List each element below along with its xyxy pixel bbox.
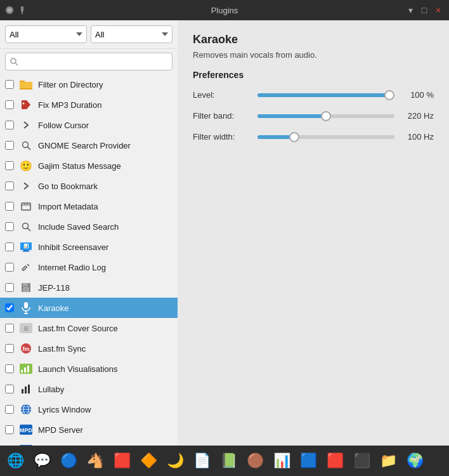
- taskbar-icon-skype[interactable]: 💬: [29, 448, 55, 473]
- plugin-name: Go to Bookmark: [38, 182, 98, 191]
- plugin-description: Removes main vocals from audio.: [193, 50, 434, 60]
- taskbar-icon-app10[interactable]: 🟦: [296, 448, 321, 473]
- plugin-icon-visual: [19, 362, 33, 376]
- plugin-checkbox[interactable]: [5, 202, 14, 211]
- search-icon: [10, 57, 18, 66]
- level-label: Level:: [193, 90, 250, 100]
- plugin-item[interactable]: Karaoke: [0, 298, 178, 318]
- taskbar-icon-app6[interactable]: 📄: [189, 448, 214, 473]
- plugin-name: Launch Visualisations: [38, 364, 118, 374]
- svg-rect-32: [22, 389, 23, 393]
- plugin-checkbox[interactable]: [5, 100, 14, 109]
- plugin-item[interactable]: 📊 Inhibit Screensaver: [0, 237, 178, 257]
- plugin-item[interactable]: GNOME Search Provider: [0, 135, 178, 155]
- plugin-item[interactable]: fm Last.fm Sync: [0, 338, 178, 359]
- taskbar-icon-app5[interactable]: 🌙: [162, 448, 188, 473]
- filter-width-label: Filter width:: [193, 132, 250, 142]
- filter-width-slider[interactable]: [257, 135, 394, 139]
- plugin-checkbox[interactable]: [5, 324, 14, 333]
- taskbar-icon-app11[interactable]: 🟥: [322, 448, 348, 473]
- filter-select-1[interactable]: All: [5, 25, 87, 43]
- filter-select-2[interactable]: All: [91, 25, 172, 43]
- filter-band-slider[interactable]: [257, 114, 394, 118]
- filter-band-label: Filter band:: [193, 111, 250, 121]
- taskbar-icon-files[interactable]: 📁: [375, 448, 401, 473]
- svg-rect-29: [21, 370, 23, 373]
- plugin-item[interactable]: JEP-118: [0, 277, 178, 298]
- taskbar-icon-app3[interactable]: 🐴: [82, 448, 108, 473]
- plugin-icon-bars: [19, 382, 33, 396]
- svg-line-11: [27, 228, 30, 231]
- plugin-item[interactable]: 🙂 Gajim Status Message: [0, 155, 178, 176]
- plugin-name: Internet Radio Log: [38, 263, 106, 272]
- plugin-icon-chevron: [19, 118, 33, 132]
- svg-point-4: [11, 58, 16, 63]
- svg-rect-20: [24, 288, 28, 291]
- plugin-checkbox[interactable]: [5, 161, 14, 170]
- plugin-name: Last.fm Sync: [38, 344, 86, 354]
- plugin-icon-floppy: [19, 281, 33, 294]
- taskbar-icon-app4[interactable]: 🟥: [109, 448, 134, 473]
- main-content: All All Filter on Directory Fix MP3 Dura…: [0, 20, 449, 446]
- taskbar-icon-app7[interactable]: 📗: [216, 448, 241, 473]
- plugin-name: Lyrics Window: [38, 405, 91, 414]
- minimize-button[interactable]: ▾: [405, 4, 416, 16]
- taskbar-icon-vlc[interactable]: 🔶: [136, 448, 161, 473]
- plugin-checkbox[interactable]: [5, 385, 14, 393]
- close-button[interactable]: ×: [433, 4, 444, 16]
- plugin-item[interactable]: Filter on Directory: [0, 74, 178, 95]
- taskbar-icon-app9[interactable]: 📊: [269, 448, 294, 473]
- plugin-item[interactable]: Internet Radio Log: [0, 257, 178, 277]
- plugin-item[interactable]: Import Metadata: [0, 196, 178, 216]
- plugin-checkbox[interactable]: [5, 425, 14, 434]
- filter-band-slider-container: [257, 114, 394, 118]
- taskbar-icon-terminal[interactable]: ⬛: [349, 448, 374, 473]
- plugin-item[interactable]: ⊞ Last.fm Cover Source: [0, 318, 178, 338]
- plugin-checkbox[interactable]: [5, 283, 14, 292]
- taskbar-icon-browser[interactable]: 🌍: [402, 448, 427, 473]
- svg-rect-21: [24, 302, 28, 308]
- plugin-item[interactable]: Fix MP3 Duration: [0, 95, 178, 115]
- plugin-checkbox[interactable]: [5, 405, 14, 414]
- search-input[interactable]: [21, 57, 168, 67]
- plugin-checkbox[interactable]: [5, 303, 14, 312]
- svg-rect-2: [21, 6, 23, 11]
- filter-band-value: 220 Hz: [402, 111, 434, 121]
- plugin-checkbox[interactable]: [5, 222, 14, 231]
- plugin-checkbox[interactable]: [5, 182, 14, 190]
- plugin-name: GNOME Search Provider: [38, 141, 131, 150]
- plugin-checkbox[interactable]: [5, 141, 14, 150]
- titlebar: Plugins ▾ □ ×: [0, 0, 449, 20]
- plugin-icon-search: [19, 138, 33, 152]
- plugin-name: Follow Cursor: [38, 121, 89, 130]
- plugin-icon-globe-blue: [19, 402, 33, 416]
- plugin-checkbox[interactable]: [5, 344, 14, 353]
- plugin-item[interactable]: MPD MPD Server: [0, 420, 178, 440]
- maximize-button[interactable]: □: [419, 4, 430, 16]
- plugin-item[interactable]: BUS MPRIS D-Bus Support: [0, 440, 178, 446]
- plugin-item[interactable]: Include Saved Search: [0, 216, 178, 237]
- plugin-checkbox[interactable]: [5, 242, 14, 251]
- plugin-item[interactable]: Lullaby: [0, 379, 178, 399]
- svg-text:fm: fm: [23, 346, 30, 352]
- plugin-item[interactable]: Lyrics Window: [0, 399, 178, 420]
- plugin-checkbox[interactable]: [5, 121, 14, 129]
- plugin-item[interactable]: Go to Bookmark: [0, 176, 178, 196]
- plugin-icon-mpd: MPD: [19, 423, 33, 437]
- plugin-checkbox[interactable]: [5, 263, 14, 272]
- level-slider[interactable]: [257, 93, 394, 97]
- level-slider-container: [257, 93, 394, 97]
- plugin-icon-mic: [19, 301, 33, 315]
- filter-band-row: Filter band: 220 Hz: [193, 111, 434, 121]
- plugin-item[interactable]: Follow Cursor: [0, 115, 178, 135]
- svg-rect-9: [22, 203, 30, 210]
- taskbar-icon-app8[interactable]: 🟤: [242, 448, 268, 473]
- taskbar-icon-ccleaner[interactable]: 🔵: [56, 448, 81, 473]
- pin-icon: [18, 6, 27, 15]
- plugin-checkbox[interactable]: [5, 364, 14, 373]
- plugin-item[interactable]: Launch Visualisations: [0, 359, 178, 379]
- taskbar-icon-network[interactable]: 🌐: [3, 448, 28, 473]
- plugin-checkbox[interactable]: [5, 80, 14, 89]
- level-row: Level: 100 %: [193, 90, 434, 100]
- plugin-name: Karaoke: [38, 303, 68, 313]
